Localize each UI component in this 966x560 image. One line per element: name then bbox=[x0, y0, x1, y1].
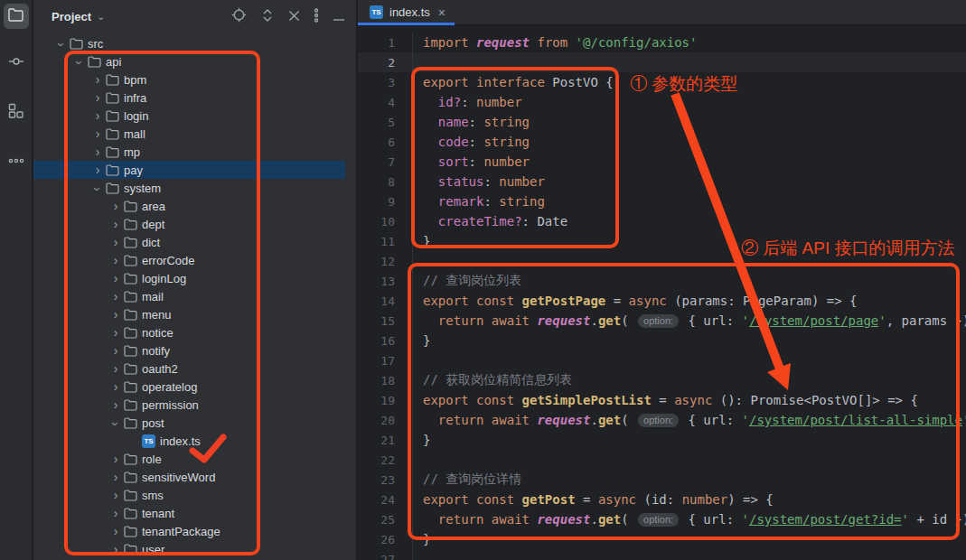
line-number[interactable]: 26 bbox=[358, 529, 412, 549]
code-line-27[interactable]: 27 bbox=[358, 549, 966, 560]
chevron-icon[interactable]: › bbox=[109, 507, 122, 519]
chevron-icon[interactable]: › bbox=[109, 254, 122, 266]
code-line-12[interactable]: 12 bbox=[358, 251, 966, 271]
code-line-9[interactable]: 9 remark: string bbox=[358, 191, 966, 211]
tree-item-tenantPackage[interactable]: ›tenantPackage bbox=[33, 522, 356, 540]
code-line-24[interactable]: 24export const getPost = async (id: numb… bbox=[358, 490, 966, 509]
tree-item-infra[interactable]: ›infra bbox=[33, 89, 356, 107]
line-number[interactable]: 15 bbox=[358, 311, 412, 331]
tree-item-permission[interactable]: ›permission bbox=[33, 396, 356, 414]
chevron-icon[interactable]: › bbox=[91, 127, 104, 140]
chevron-icon[interactable]: › bbox=[91, 73, 104, 86]
tree-item-mall[interactable]: ›mall bbox=[33, 125, 356, 143]
chevron-icon[interactable]: › bbox=[91, 182, 104, 195]
tree-item-errorCode[interactable]: ›errorCode bbox=[33, 251, 356, 269]
tree-item-system[interactable]: ›system bbox=[33, 179, 356, 197]
chevron-icon[interactable]: › bbox=[109, 398, 122, 411]
chevron-icon[interactable]: › bbox=[73, 56, 86, 69]
chevron-icon[interactable]: › bbox=[109, 200, 122, 212]
code-line-26[interactable]: 26} bbox=[358, 529, 966, 549]
line-number[interactable]: 16 bbox=[358, 331, 412, 350]
tree-item-index.ts[interactable]: TSindex.ts bbox=[33, 432, 356, 450]
code-line-1[interactable]: 1import request from '@/config/axios' bbox=[358, 33, 966, 52]
tree-item-sensitiveWord[interactable]: ›sensitiveWord bbox=[33, 468, 356, 486]
line-number[interactable]: 23 bbox=[358, 470, 412, 490]
tree-item-src[interactable]: ›src bbox=[33, 34, 356, 52]
chevron-icon[interactable]: › bbox=[109, 344, 122, 357]
chevron-icon[interactable]: › bbox=[109, 543, 122, 555]
line-number[interactable]: 9 bbox=[358, 191, 412, 211]
code-line-2[interactable]: 2 bbox=[358, 52, 966, 72]
tree-item-dict[interactable]: ›dict bbox=[33, 233, 356, 251]
code-line-16[interactable]: 16} bbox=[358, 331, 966, 350]
chevron-icon[interactable]: › bbox=[91, 145, 104, 158]
tree-item-bpm[interactable]: ›bpm bbox=[33, 70, 356, 89]
chevron-icon[interactable]: › bbox=[109, 453, 122, 465]
line-number[interactable]: 6 bbox=[358, 132, 412, 152]
line-number[interactable]: 19 bbox=[358, 390, 412, 410]
code-line-13[interactable]: 13// 查询岗位列表 bbox=[358, 271, 966, 291]
chevron-icon[interactable]: › bbox=[91, 91, 104, 104]
line-number[interactable]: 27 bbox=[358, 549, 412, 560]
chevron-icon[interactable]: › bbox=[91, 109, 104, 122]
tree-item-mail[interactable]: ›mail bbox=[33, 287, 356, 305]
more-options-icon[interactable] bbox=[314, 8, 318, 26]
tree-item-sms[interactable]: ›sms bbox=[33, 486, 356, 504]
code-line-10[interactable]: 10 createTime?: Date bbox=[358, 211, 966, 231]
tree-item-role[interactable]: ›role bbox=[33, 450, 356, 468]
code-editor[interactable]: 1import request from '@/config/axios'23e… bbox=[358, 33, 966, 560]
chevron-icon[interactable]: › bbox=[109, 308, 122, 321]
code-line-25[interactable]: 25 return await request.get( option: { u… bbox=[358, 509, 966, 529]
chevron-icon[interactable]: › bbox=[109, 380, 122, 393]
close-tab-icon[interactable]: × bbox=[438, 5, 445, 20]
line-number[interactable]: 17 bbox=[358, 350, 412, 370]
line-number[interactable]: 24 bbox=[358, 490, 412, 509]
tree-item-loginLog[interactable]: ›loginLog bbox=[33, 269, 356, 287]
line-number[interactable]: 11 bbox=[358, 231, 412, 251]
line-number[interactable]: 12 bbox=[358, 251, 412, 271]
line-number[interactable]: 5 bbox=[358, 112, 412, 132]
code-line-17[interactable]: 17 bbox=[358, 350, 966, 370]
line-number[interactable]: 20 bbox=[358, 410, 412, 430]
tree-item-post[interactable]: ›post bbox=[33, 414, 356, 432]
chevron-icon[interactable]: › bbox=[109, 236, 122, 248]
chevron-down-icon[interactable]: ⌄ bbox=[97, 11, 105, 23]
tree-item-pay[interactable]: ›pay bbox=[33, 161, 345, 179]
line-number[interactable]: 2 bbox=[358, 52, 412, 72]
chevron-icon[interactable]: › bbox=[109, 218, 122, 230]
code-line-20[interactable]: 20 return await request.get( option: { u… bbox=[358, 410, 966, 430]
code-line-18[interactable]: 18// 获取岗位精简信息列表 bbox=[358, 370, 966, 390]
tree-item-menu[interactable]: ›menu bbox=[33, 305, 356, 323]
tree-item-notify[interactable]: ›notify bbox=[33, 341, 356, 359]
code-line-4[interactable]: 4 id?: number bbox=[358, 92, 966, 112]
line-number[interactable]: 13 bbox=[358, 271, 412, 291]
chevron-icon[interactable]: › bbox=[109, 326, 122, 339]
tree-item-notice[interactable]: ›notice bbox=[33, 323, 356, 341]
code-line-5[interactable]: 5 name: string bbox=[358, 112, 966, 132]
line-number[interactable]: 3 bbox=[358, 72, 412, 92]
line-number[interactable]: 22 bbox=[358, 450, 412, 470]
line-number[interactable]: 10 bbox=[358, 211, 412, 231]
code-line-22[interactable]: 22 bbox=[358, 450, 966, 470]
tree-item-dept[interactable]: ›dept bbox=[33, 215, 356, 233]
chevron-icon[interactable]: › bbox=[109, 417, 122, 430]
project-tool-button[interactable] bbox=[4, 4, 29, 29]
commit-tool-button[interactable] bbox=[4, 51, 29, 76]
tree-item-login[interactable]: ›login bbox=[33, 107, 356, 125]
collapse-all-icon[interactable] bbox=[288, 9, 300, 25]
line-number[interactable]: 18 bbox=[358, 370, 412, 390]
line-number[interactable]: 25 bbox=[358, 509, 412, 529]
tree-item-user[interactable]: ›user bbox=[33, 540, 356, 558]
line-number[interactable]: 4 bbox=[358, 92, 412, 112]
expand-collapse-icon[interactable] bbox=[261, 8, 274, 26]
structure-tool-button[interactable] bbox=[4, 99, 29, 125]
chevron-icon[interactable]: › bbox=[91, 163, 104, 176]
chevron-icon[interactable]: › bbox=[55, 38, 68, 51]
code-line-19[interactable]: 19export const getSimplePostList = async… bbox=[358, 390, 966, 410]
tab-index-ts[interactable]: TS index.ts × bbox=[358, 0, 455, 24]
locate-icon[interactable] bbox=[231, 7, 247, 26]
chevron-icon[interactable]: › bbox=[109, 290, 122, 303]
tree-item-tenant[interactable]: ›tenant bbox=[33, 504, 356, 522]
tree-item-api[interactable]: ›api bbox=[33, 52, 356, 70]
code-line-23[interactable]: 23// 查询岗位详情 bbox=[358, 470, 966, 490]
